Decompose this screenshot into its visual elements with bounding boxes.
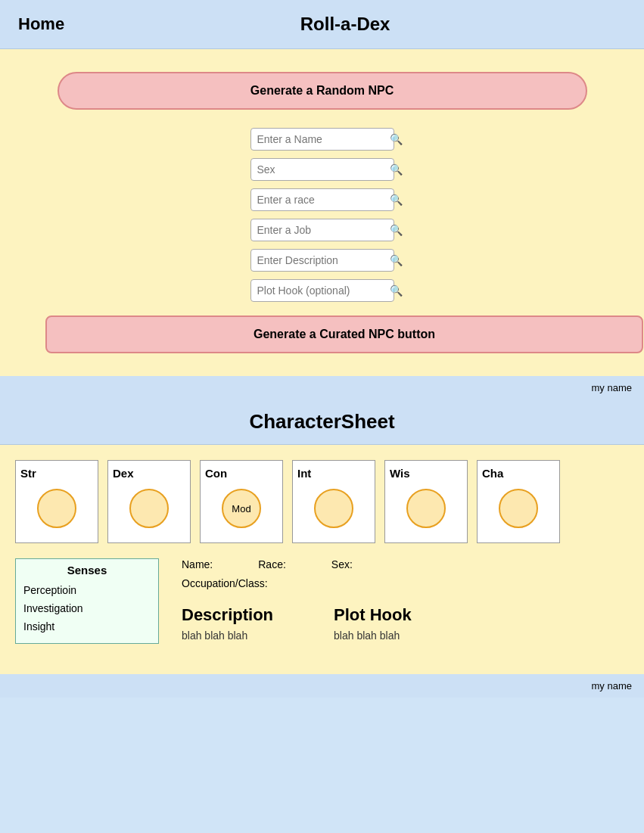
generate-random-button[interactable]: Generate a Random NPC [58, 72, 587, 110]
generate-curated-button[interactable]: Generate a Curated NPC button [45, 315, 643, 353]
description-text: blah blah blah [182, 629, 273, 642]
race-label: Race: [258, 558, 286, 570]
lower-right: Name: Race: Sex: Occupation/Class: Descr… [166, 558, 629, 651]
name-label: Name: [182, 558, 213, 570]
stat-box-con: Con Mod [200, 460, 283, 543]
plot-hook-field-wrapper: 🔍 [250, 279, 394, 302]
char-sheet-title: CharacterSheet [0, 399, 644, 445]
stat-label-int: Int [297, 467, 311, 480]
sub-header-user: my name [592, 382, 632, 393]
senses-box: Senses Perceptioin Investigation Insight [15, 558, 159, 644]
lower-left: Senses Perceptioin Investigation Insight [15, 558, 166, 651]
stat-box-wis: Wis [384, 460, 468, 543]
char-sheet-body: Str Dex Con Mod Int Wis Cha [0, 445, 644, 674]
senses-item-investigation: Investigation [23, 599, 151, 617]
sex-input[interactable] [257, 163, 390, 176]
job-field-wrapper: 🔍 [250, 219, 394, 241]
stat-label-dex: Dex [113, 467, 134, 480]
plot-hook-search-icon[interactable]: 🔍 [390, 284, 403, 297]
plot-hook-text: blah blah blah [334, 629, 412, 642]
description-field-wrapper: 🔍 [250, 249, 394, 272]
plot-hook-input[interactable] [257, 284, 390, 297]
senses-item-insight: Insight [23, 617, 151, 636]
description-search-icon[interactable]: 🔍 [390, 254, 403, 266]
stat-label-str: Str [20, 467, 36, 480]
sub-header-bar: my name [0, 376, 644, 399]
stat-circle-con: Mod [222, 489, 261, 528]
stats-row: Str Dex Con Mod Int Wis Cha [15, 460, 629, 543]
lower-section: Senses Perceptioin Investigation Insight… [15, 558, 629, 651]
app-title: Roll-a-Dex [64, 14, 626, 35]
plot-hook-section: Plot Hook blah blah blah [334, 605, 412, 642]
description-section: Description blah blah blah [182, 605, 273, 642]
stat-box-dex: Dex [107, 460, 191, 543]
senses-item-perception: Perceptioin [23, 581, 151, 599]
stat-circle-str [37, 489, 76, 528]
race-field-wrapper: 🔍 [250, 188, 394, 211]
con-mod-text: Mod [232, 503, 250, 514]
stat-circle-cha [499, 489, 538, 528]
stat-circle-int [314, 489, 353, 528]
name-search-icon[interactable]: 🔍 [390, 133, 403, 145]
stat-label-cha: Cha [482, 467, 503, 480]
sex-search-icon[interactable]: 🔍 [390, 163, 403, 176]
main-form-area: Generate a Random NPC 🔍 🔍 🔍 🔍 🔍 🔍 Gener [0, 49, 644, 376]
home-link[interactable]: Home [18, 14, 64, 34]
job-input[interactable] [257, 224, 390, 236]
stat-box-cha: Cha [477, 460, 560, 543]
name-field-wrapper: 🔍 [250, 128, 394, 151]
plot-hook-title: Plot Hook [334, 605, 412, 625]
senses-title: Senses [23, 564, 151, 577]
race-input[interactable] [257, 194, 390, 206]
sex-label: Sex: [331, 558, 353, 570]
stat-label-con: Con [205, 467, 227, 480]
race-search-icon[interactable]: 🔍 [390, 194, 403, 206]
job-search-icon[interactable]: 🔍 [390, 224, 403, 236]
stat-circle-wis [406, 489, 446, 528]
description-title: Description [182, 605, 273, 625]
occupation-label: Occupation/Class: [182, 577, 268, 589]
name-input[interactable] [257, 133, 390, 145]
stat-box-int: Int [292, 460, 375, 543]
stat-box-str: Str [15, 460, 98, 543]
footer-user: my name [592, 680, 632, 692]
sex-field-wrapper: 🔍 [250, 158, 394, 181]
stat-label-wis: Wis [390, 467, 410, 480]
app-header: Home Roll-a-Dex [0, 0, 644, 49]
footer-bar: my name [0, 674, 644, 698]
stat-circle-dex [129, 489, 169, 528]
input-fields-group: 🔍 🔍 🔍 🔍 🔍 🔍 [45, 128, 599, 302]
description-input[interactable] [257, 254, 390, 266]
